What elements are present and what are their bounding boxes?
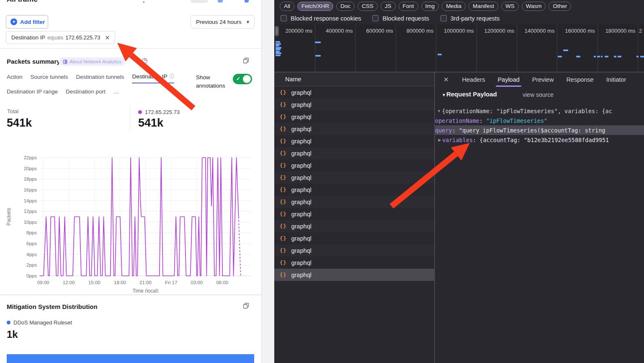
expand-card-icon[interactable] xyxy=(243,57,249,64)
timeline-request-bar xyxy=(276,52,281,54)
detail-tab-preview[interactable]: Preview xyxy=(532,73,554,87)
mitigation-bar xyxy=(7,354,254,363)
show-annotations-toggle[interactable]: ✓ xyxy=(233,74,252,84)
request-name: graphql xyxy=(291,174,311,181)
total-value: 541k xyxy=(7,117,32,130)
expand-card-icon[interactable] xyxy=(243,303,249,309)
payload-line[interactable]: ▶ variables: {accountTag: "b12e3b2192ee5… xyxy=(435,135,644,145)
timeline-request-bar xyxy=(597,56,600,57)
timeline-request-bar xyxy=(558,56,562,57)
triangle-right-icon[interactable]: ▶ xyxy=(435,138,442,142)
filter-pill-css[interactable]: CSS xyxy=(358,2,378,11)
filter-pill-all[interactable]: All xyxy=(280,2,294,11)
request-name: graphql xyxy=(291,89,311,96)
json-braces-icon: {} xyxy=(280,102,286,108)
detail-tab-payload[interactable]: Payload xyxy=(497,73,519,87)
checkbox-blocked-requests[interactable]: Blocked requests xyxy=(372,15,429,22)
svg-text:20pps: 20pps xyxy=(24,166,37,171)
detail-tab-initiator[interactable]: Initiator xyxy=(606,73,626,87)
request-row[interactable]: {}graphql xyxy=(274,123,434,135)
timeline-tick-label: 600000 ms xyxy=(355,28,393,34)
checkbox-icon[interactable] xyxy=(281,15,287,21)
network-overview-timeline[interactable]: 200000 ms400000 ms600000 ms800000 ms1000… xyxy=(274,24,644,72)
payload-line[interactable]: query: "query ipFlowTimeseries($accountT… xyxy=(435,125,644,135)
request-payload-section[interactable]: ▼Request Payload xyxy=(442,91,497,98)
request-name: graphql xyxy=(291,259,311,266)
tab-source-tunnels[interactable]: Source tunnels xyxy=(31,73,68,83)
checkbox-label: Blocked requests xyxy=(382,15,429,22)
request-name: graphql xyxy=(291,162,311,169)
request-row[interactable]: {}graphql xyxy=(274,196,434,208)
request-row[interactable]: {}graphql xyxy=(274,99,434,111)
request-row[interactable]: {}graphql xyxy=(274,232,434,244)
filter-pill-wasm[interactable]: Wasm xyxy=(522,2,546,11)
svg-text:6pps: 6pps xyxy=(26,241,37,246)
request-row[interactable]: {}graphql xyxy=(274,269,434,281)
tab-destination-ip-range[interactable]: Destination IP range xyxy=(7,88,58,97)
packets-summary-title: Packets summary xyxy=(7,58,60,65)
request-name: graphql xyxy=(291,211,311,218)
request-row[interactable]: {}graphql xyxy=(274,159,434,171)
tab-destination-port[interactable]: Destination port xyxy=(66,88,106,97)
request-row[interactable]: {}graphql xyxy=(274,111,434,123)
request-row[interactable]: {}graphql xyxy=(274,244,434,257)
pie-clock-icon xyxy=(142,58,148,64)
filter-pill-ws[interactable]: WS xyxy=(501,2,519,11)
json-braces-icon: {} xyxy=(280,90,286,96)
tab-action[interactable]: Action xyxy=(7,73,23,83)
request-row[interactable]: {}graphql xyxy=(274,147,434,159)
request-row[interactable]: {}graphql xyxy=(274,184,434,196)
detail-tab-response[interactable]: Response xyxy=(566,73,593,87)
filter-pill-media[interactable]: Media xyxy=(442,2,466,11)
tab--[interactable]: … xyxy=(113,88,119,97)
request-row[interactable]: {}graphql xyxy=(274,208,434,220)
request-row[interactable]: {}graphql xyxy=(274,220,434,232)
total-label: Total xyxy=(7,108,18,114)
triangle-down-icon[interactable]: ▼ xyxy=(435,109,442,113)
request-row[interactable]: {}graphql xyxy=(274,86,434,99)
request-row[interactable]: {}graphql xyxy=(274,135,434,147)
checkbox-3rd-party-requests[interactable]: 3rd-party requests xyxy=(440,15,500,22)
timeline-gridline xyxy=(517,24,517,72)
filter-pill-js[interactable]: JS xyxy=(381,2,396,11)
payload-line[interactable]: operationName: "ipFlowTimeseries" xyxy=(435,116,644,125)
request-name: graphql xyxy=(291,138,311,145)
timeline-tick-label: 1000000 ms xyxy=(436,28,474,34)
json-braces-icon: {} xyxy=(280,126,286,132)
svg-text:18:00: 18:00 xyxy=(114,280,126,285)
view-source-link[interactable]: view source xyxy=(523,91,554,98)
devtools-panel: AllFetch/XHRDocCSSJSFontImgMediaManifest… xyxy=(274,0,644,363)
filter-pill-fetch-xhr[interactable]: Fetch/XHR xyxy=(297,2,333,11)
checkbox-icon[interactable] xyxy=(372,15,379,21)
clipped-icon-blue2 xyxy=(245,0,249,3)
close-icon[interactable]: ✕ xyxy=(443,76,449,83)
svg-text:03:00: 03:00 xyxy=(191,280,203,285)
timeline-tick-label: 200000 ms xyxy=(275,28,312,34)
filter-pill-manifest[interactable]: Manifest xyxy=(469,2,498,11)
filter-chip[interactable]: Destination IP equals 172.65.225.73 ✕ xyxy=(6,31,115,44)
filter-pill-doc[interactable]: Doc xyxy=(336,2,355,11)
remove-filter-icon[interactable]: ✕ xyxy=(105,34,110,41)
checkbox-icon[interactable] xyxy=(440,15,447,21)
add-filter-button[interactable]: + Add filter xyxy=(6,15,48,29)
request-row[interactable]: {}graphql xyxy=(274,257,434,269)
time-range-dropdown[interactable]: Previous 24 hours ▼ xyxy=(191,15,255,29)
page-scroll-gutter[interactable] xyxy=(261,0,274,363)
timeline-request-bar xyxy=(276,49,281,50)
show-annotations-label: Show annotations xyxy=(196,73,229,90)
detail-tab-headers[interactable]: Headers xyxy=(462,73,485,87)
payload-line[interactable]: ▼ {operationName: "ipFlowTimeseries", va… xyxy=(435,106,644,116)
request-row[interactable]: {}graphql xyxy=(274,171,434,184)
filter-pill-other[interactable]: Other xyxy=(549,2,571,11)
svg-text:06:00: 06:00 xyxy=(216,280,228,285)
chevron-down-icon: ▼ xyxy=(246,20,250,24)
tab-destination-tunnels[interactable]: Destination tunnels xyxy=(76,73,124,83)
page-title: All traffic xyxy=(7,0,38,4)
filter-pill-img[interactable]: Img xyxy=(421,2,439,11)
tab-destination-ip[interactable]: Destination IPⓘ xyxy=(132,73,174,83)
mitigation-title: Mitigation System Distribution xyxy=(7,303,98,310)
about-network-analytics-badge[interactable]: About Network Analytics xyxy=(59,57,126,66)
mitigation-value: 1k xyxy=(7,329,18,340)
checkbox-blocked-response-cookies[interactable]: Blocked response cookies xyxy=(281,15,361,22)
filter-pill-font[interactable]: Font xyxy=(399,2,418,11)
